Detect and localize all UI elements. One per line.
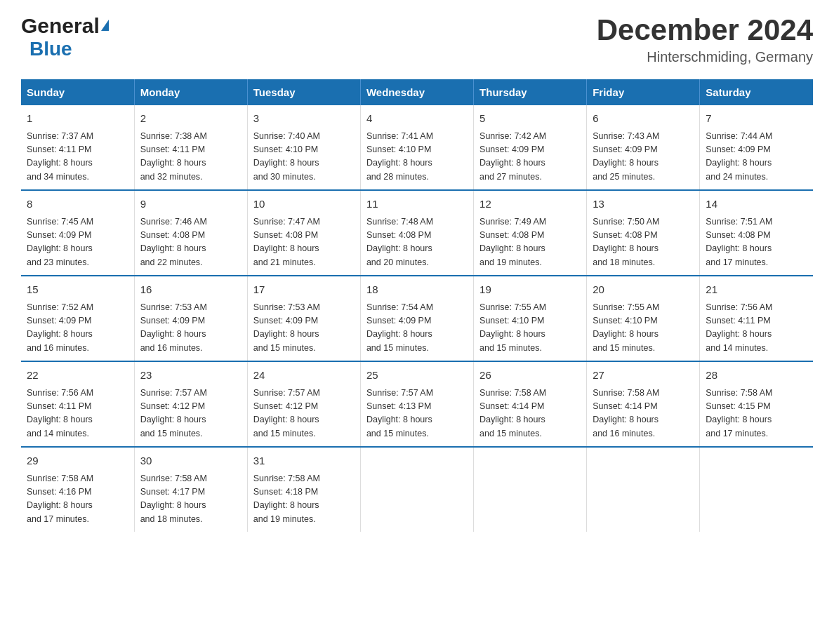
day-number: 2 (140, 111, 241, 127)
calendar-cell (474, 447, 587, 532)
day-info: Sunrise: 7:40 AMSunset: 4:10 PMDaylight:… (253, 130, 355, 185)
calendar-cell: 10 Sunrise: 7:47 AMSunset: 4:08 PMDaylig… (247, 190, 360, 276)
day-info: Sunrise: 7:42 AMSunset: 4:09 PMDaylight:… (479, 130, 581, 185)
calendar-cell: 6 Sunrise: 7:43 AMSunset: 4:09 PMDayligh… (587, 105, 700, 190)
day-info: Sunrise: 7:54 AMSunset: 4:09 PMDaylight:… (366, 301, 468, 356)
day-info: Sunrise: 7:43 AMSunset: 4:09 PMDaylight:… (593, 130, 694, 185)
day-number: 31 (253, 453, 355, 469)
day-info: Sunrise: 7:58 AMSunset: 4:15 PMDaylight:… (706, 387, 807, 441)
calendar-cell: 28 Sunrise: 7:58 AMSunset: 4:15 PMDaylig… (700, 361, 813, 447)
weekday-header-friday: Friday (587, 79, 700, 105)
logo-blue-text: Blue (29, 38, 72, 60)
day-info: Sunrise: 7:57 AMSunset: 4:13 PMDaylight:… (366, 387, 468, 441)
calendar-cell (360, 447, 473, 532)
calendar-cell: 14 Sunrise: 7:51 AMSunset: 4:08 PMDaylig… (700, 190, 813, 276)
day-info: Sunrise: 7:55 AMSunset: 4:10 PMDaylight:… (479, 301, 581, 356)
day-info: Sunrise: 7:50 AMSunset: 4:08 PMDaylight:… (593, 215, 694, 270)
calendar-cell (700, 447, 813, 532)
day-number: 14 (706, 196, 807, 213)
day-number: 24 (253, 368, 355, 384)
calendar-cell: 5 Sunrise: 7:42 AMSunset: 4:09 PMDayligh… (474, 105, 587, 190)
day-number: 18 (366, 282, 468, 298)
day-number: 27 (593, 368, 694, 384)
logo: General Blue (21, 14, 109, 60)
calendar-week-row: 15 Sunrise: 7:52 AMSunset: 4:09 PMDaylig… (21, 276, 813, 361)
day-number: 23 (140, 368, 241, 384)
main-title: December 2024 (597, 14, 813, 46)
day-number: 4 (366, 111, 468, 127)
day-info: Sunrise: 7:53 AMSunset: 4:09 PMDaylight:… (140, 301, 241, 356)
day-number: 17 (253, 282, 355, 298)
calendar-cell: 18 Sunrise: 7:54 AMSunset: 4:09 PMDaylig… (360, 276, 473, 361)
day-number: 12 (479, 196, 581, 213)
day-info: Sunrise: 7:56 AMSunset: 4:11 PMDaylight:… (27, 387, 128, 441)
weekday-header-saturday: Saturday (700, 79, 813, 105)
day-number: 10 (253, 196, 355, 213)
calendar-cell: 29 Sunrise: 7:58 AMSunset: 4:16 PMDaylig… (21, 447, 134, 532)
calendar-cell: 22 Sunrise: 7:56 AMSunset: 4:11 PMDaylig… (21, 361, 134, 447)
day-number: 22 (27, 368, 128, 384)
calendar-cell: 23 Sunrise: 7:57 AMSunset: 4:12 PMDaylig… (134, 361, 247, 447)
day-info: Sunrise: 7:37 AMSunset: 4:11 PMDaylight:… (27, 130, 128, 185)
weekday-header-sunday: Sunday (21, 79, 134, 105)
weekday-header-monday: Monday (134, 79, 247, 105)
day-number: 29 (27, 453, 128, 469)
day-number: 6 (593, 111, 694, 127)
calendar-table: SundayMondayTuesdayWednesdayThursdayFrid… (21, 79, 813, 532)
calendar-cell (587, 447, 700, 532)
day-info: Sunrise: 7:45 AMSunset: 4:09 PMDaylight:… (27, 215, 128, 270)
calendar-cell: 26 Sunrise: 7:58 AMSunset: 4:14 PMDaylig… (474, 361, 587, 447)
calendar-cell: 25 Sunrise: 7:57 AMSunset: 4:13 PMDaylig… (360, 361, 473, 447)
day-number: 21 (706, 282, 807, 298)
day-info: Sunrise: 7:58 AMSunset: 4:14 PMDaylight:… (593, 387, 694, 441)
day-number: 9 (140, 196, 241, 213)
calendar-cell: 4 Sunrise: 7:41 AMSunset: 4:10 PMDayligh… (360, 105, 473, 190)
day-info: Sunrise: 7:52 AMSunset: 4:09 PMDaylight:… (27, 301, 128, 356)
weekday-header-row: SundayMondayTuesdayWednesdayThursdayFrid… (21, 79, 813, 105)
calendar-week-row: 8 Sunrise: 7:45 AMSunset: 4:09 PMDayligh… (21, 190, 813, 276)
day-number: 1 (27, 111, 128, 127)
day-info: Sunrise: 7:38 AMSunset: 4:11 PMDaylight:… (140, 130, 241, 185)
day-info: Sunrise: 7:57 AMSunset: 4:12 PMDaylight:… (253, 387, 355, 441)
day-number: 20 (593, 282, 694, 298)
day-number: 7 (706, 111, 807, 127)
weekday-header-tuesday: Tuesday (247, 79, 360, 105)
day-info: Sunrise: 7:41 AMSunset: 4:10 PMDaylight:… (366, 130, 468, 185)
day-info: Sunrise: 7:56 AMSunset: 4:11 PMDaylight:… (706, 301, 807, 356)
subtitle: Hinterschmiding, Germany (597, 49, 813, 65)
calendar-cell: 24 Sunrise: 7:57 AMSunset: 4:12 PMDaylig… (247, 361, 360, 447)
page-header: General Blue December 2024 Hinterschmidi… (21, 14, 813, 65)
day-info: Sunrise: 7:51 AMSunset: 4:08 PMDaylight:… (706, 215, 807, 270)
weekday-header-wednesday: Wednesday (360, 79, 473, 105)
calendar-cell: 27 Sunrise: 7:58 AMSunset: 4:14 PMDaylig… (587, 361, 700, 447)
calendar-week-row: 22 Sunrise: 7:56 AMSunset: 4:11 PMDaylig… (21, 361, 813, 447)
logo-general-text: General (21, 14, 100, 38)
title-block: December 2024 Hinterschmiding, Germany (597, 14, 813, 65)
day-info: Sunrise: 7:49 AMSunset: 4:08 PMDaylight:… (479, 215, 581, 270)
calendar-cell: 9 Sunrise: 7:46 AMSunset: 4:08 PMDayligh… (134, 190, 247, 276)
calendar-cell: 12 Sunrise: 7:49 AMSunset: 4:08 PMDaylig… (474, 190, 587, 276)
day-number: 11 (366, 196, 468, 213)
logo-arrow-icon (101, 20, 109, 31)
calendar-cell: 17 Sunrise: 7:53 AMSunset: 4:09 PMDaylig… (247, 276, 360, 361)
day-info: Sunrise: 7:46 AMSunset: 4:08 PMDaylight:… (140, 215, 241, 270)
calendar-cell: 7 Sunrise: 7:44 AMSunset: 4:09 PMDayligh… (700, 105, 813, 190)
day-info: Sunrise: 7:55 AMSunset: 4:10 PMDaylight:… (593, 301, 694, 356)
day-number: 15 (27, 282, 128, 298)
day-number: 25 (366, 368, 468, 384)
day-number: 3 (253, 111, 355, 127)
day-number: 13 (593, 196, 694, 213)
day-info: Sunrise: 7:48 AMSunset: 4:08 PMDaylight:… (366, 215, 468, 270)
day-info: Sunrise: 7:47 AMSunset: 4:08 PMDaylight:… (253, 215, 355, 270)
calendar-cell: 30 Sunrise: 7:58 AMSunset: 4:17 PMDaylig… (134, 447, 247, 532)
day-number: 28 (706, 368, 807, 384)
day-info: Sunrise: 7:57 AMSunset: 4:12 PMDaylight:… (140, 387, 241, 441)
calendar-cell: 16 Sunrise: 7:53 AMSunset: 4:09 PMDaylig… (134, 276, 247, 361)
day-info: Sunrise: 7:58 AMSunset: 4:17 PMDaylight:… (140, 472, 241, 527)
calendar-cell: 2 Sunrise: 7:38 AMSunset: 4:11 PMDayligh… (134, 105, 247, 190)
day-number: 26 (479, 368, 581, 384)
day-info: Sunrise: 7:58 AMSunset: 4:16 PMDaylight:… (27, 472, 128, 527)
day-number: 16 (140, 282, 241, 298)
calendar-cell: 15 Sunrise: 7:52 AMSunset: 4:09 PMDaylig… (21, 276, 134, 361)
day-number: 8 (27, 196, 128, 213)
